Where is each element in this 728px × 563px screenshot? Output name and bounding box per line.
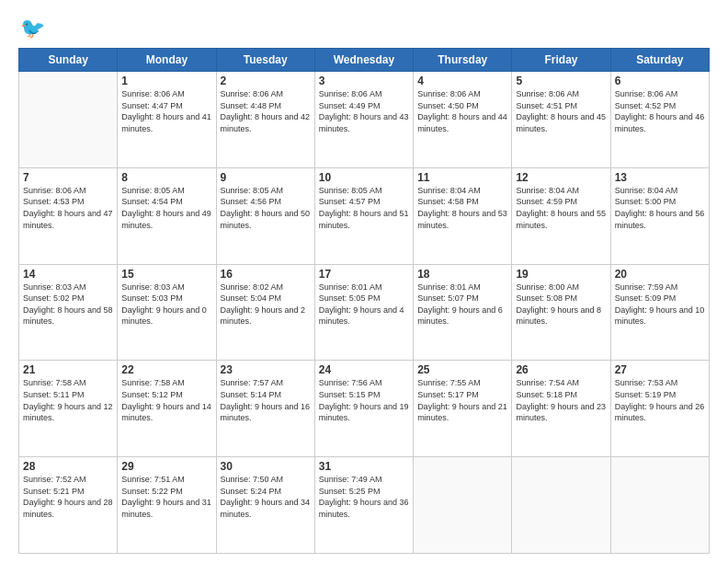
calendar-week-row: 1Sunrise: 8:06 AMSunset: 4:47 PMDaylight… — [19, 72, 710, 168]
calendar-cell — [512, 457, 610, 554]
calendar-cell: 7Sunrise: 8:06 AMSunset: 4:53 PMDaylight… — [19, 167, 118, 264]
day-info: Sunrise: 8:01 AMSunset: 5:07 PMDaylight:… — [417, 282, 507, 327]
day-number: 30 — [221, 460, 311, 473]
day-number: 4 — [417, 75, 507, 87]
calendar-cell: 23Sunrise: 7:57 AMSunset: 5:14 PMDayligh… — [216, 361, 314, 457]
calendar-day-header: Wednesday — [314, 49, 413, 72]
day-number: 6 — [615, 75, 705, 87]
day-number: 18 — [417, 268, 507, 281]
calendar-week-row: 14Sunrise: 8:03 AMSunset: 5:02 PMDayligh… — [19, 264, 710, 361]
day-number: 15 — [121, 268, 211, 281]
day-number: 10 — [319, 171, 409, 184]
day-number: 21 — [23, 363, 113, 376]
calendar-cell: 11Sunrise: 8:04 AMSunset: 4:58 PMDayligh… — [414, 167, 512, 264]
calendar-cell: 15Sunrise: 8:03 AMSunset: 5:03 PMDayligh… — [118, 264, 216, 361]
day-number: 2 — [221, 75, 311, 87]
day-number: 13 — [615, 171, 705, 184]
day-number: 27 — [615, 363, 705, 376]
day-info: Sunrise: 8:04 AMSunset: 5:00 PMDaylight:… — [615, 185, 705, 231]
calendar-cell: 14Sunrise: 8:03 AMSunset: 5:02 PMDayligh… — [19, 264, 118, 361]
calendar-cell: 24Sunrise: 7:56 AMSunset: 5:15 PMDayligh… — [314, 361, 413, 457]
calendar-week-row: 28Sunrise: 7:52 AMSunset: 5:21 PMDayligh… — [19, 457, 710, 554]
calendar-cell: 2Sunrise: 8:06 AMSunset: 4:48 PMDaylight… — [216, 72, 314, 168]
calendar-day-header: Tuesday — [216, 49, 314, 72]
day-info: Sunrise: 8:04 AMSunset: 4:58 PMDaylight:… — [417, 185, 507, 231]
calendar-cell: 6Sunrise: 8:06 AMSunset: 4:52 PMDaylight… — [610, 72, 709, 168]
day-number: 31 — [319, 460, 409, 473]
calendar-cell — [610, 457, 709, 554]
calendar-day-header: Thursday — [414, 49, 512, 72]
day-info: Sunrise: 7:52 AMSunset: 5:21 PMDaylight:… — [23, 474, 113, 520]
day-number: 1 — [121, 75, 211, 87]
day-info: Sunrise: 8:05 AMSunset: 4:54 PMDaylight:… — [121, 185, 211, 231]
day-number: 9 — [221, 171, 311, 184]
calendar-cell: 28Sunrise: 7:52 AMSunset: 5:21 PMDayligh… — [19, 457, 118, 554]
day-number: 3 — [319, 75, 409, 87]
day-number: 14 — [23, 268, 113, 281]
day-info: Sunrise: 7:51 AMSunset: 5:22 PMDaylight:… — [121, 474, 211, 520]
day-number: 29 — [121, 460, 211, 473]
day-info: Sunrise: 8:06 AMSunset: 4:48 PMDaylight:… — [221, 88, 311, 134]
calendar-cell: 13Sunrise: 8:04 AMSunset: 5:00 PMDayligh… — [610, 167, 709, 264]
calendar-week-row: 7Sunrise: 8:06 AMSunset: 4:53 PMDaylight… — [19, 167, 710, 264]
day-info: Sunrise: 7:50 AMSunset: 5:24 PMDaylight:… — [221, 474, 311, 520]
calendar-cell: 18Sunrise: 8:01 AMSunset: 5:07 PMDayligh… — [414, 264, 512, 361]
calendar-cell: 27Sunrise: 7:53 AMSunset: 5:19 PMDayligh… — [610, 361, 709, 457]
calendar-cell: 21Sunrise: 7:58 AMSunset: 5:11 PMDayligh… — [19, 361, 118, 457]
calendar-cell: 1Sunrise: 8:06 AMSunset: 4:47 PMDaylight… — [118, 72, 216, 168]
header: 🐦 — [18, 17, 710, 40]
day-info: Sunrise: 8:06 AMSunset: 4:49 PMDaylight:… — [319, 88, 409, 134]
calendar-cell: 26Sunrise: 7:54 AMSunset: 5:18 PMDayligh… — [512, 361, 610, 457]
day-number: 16 — [221, 268, 311, 281]
day-number: 7 — [23, 171, 113, 184]
day-number: 23 — [221, 363, 311, 376]
calendar-header-row: SundayMondayTuesdayWednesdayThursdayFrid… — [19, 49, 710, 72]
day-info: Sunrise: 8:06 AMSunset: 4:50 PMDaylight:… — [417, 88, 507, 134]
day-info: Sunrise: 7:58 AMSunset: 5:11 PMDaylight:… — [23, 377, 113, 423]
calendar-week-row: 21Sunrise: 7:58 AMSunset: 5:11 PMDayligh… — [19, 361, 710, 457]
calendar-cell: 12Sunrise: 8:04 AMSunset: 4:59 PMDayligh… — [512, 167, 610, 264]
day-info: Sunrise: 8:02 AMSunset: 5:04 PMDaylight:… — [221, 282, 311, 327]
calendar-cell: 5Sunrise: 8:06 AMSunset: 4:51 PMDaylight… — [512, 72, 610, 168]
day-number: 19 — [516, 268, 606, 281]
calendar-day-header: Saturday — [610, 49, 709, 72]
calendar-cell: 9Sunrise: 8:05 AMSunset: 4:56 PMDaylight… — [216, 167, 314, 264]
day-info: Sunrise: 8:01 AMSunset: 5:05 PMDaylight:… — [319, 282, 409, 327]
day-number: 28 — [23, 460, 113, 473]
day-info: Sunrise: 8:04 AMSunset: 4:59 PMDaylight:… — [516, 185, 606, 231]
calendar-cell: 19Sunrise: 8:00 AMSunset: 5:08 PMDayligh… — [512, 264, 610, 361]
day-number: 17 — [319, 268, 409, 281]
calendar-day-header: Monday — [118, 49, 216, 72]
calendar-cell: 17Sunrise: 8:01 AMSunset: 5:05 PMDayligh… — [314, 264, 413, 361]
day-info: Sunrise: 8:00 AMSunset: 5:08 PMDaylight:… — [516, 282, 606, 327]
day-info: Sunrise: 8:06 AMSunset: 4:53 PMDaylight:… — [23, 185, 113, 231]
day-number: 5 — [516, 75, 606, 87]
calendar-day-header: Friday — [512, 49, 610, 72]
day-number: 24 — [319, 363, 409, 376]
day-info: Sunrise: 8:06 AMSunset: 4:47 PMDaylight:… — [121, 88, 211, 134]
day-number: 26 — [516, 363, 606, 376]
day-info: Sunrise: 8:03 AMSunset: 5:03 PMDaylight:… — [121, 282, 211, 327]
page: 🐦 SundayMondayTuesdayWednesdayThursdayFr… — [0, 0, 728, 563]
calendar-cell — [19, 72, 118, 168]
day-info: Sunrise: 7:57 AMSunset: 5:14 PMDaylight:… — [221, 377, 311, 423]
logo-bird-icon: 🐦 — [20, 17, 45, 40]
day-number: 20 — [615, 268, 705, 281]
day-info: Sunrise: 7:58 AMSunset: 5:12 PMDaylight:… — [121, 377, 211, 423]
calendar-cell: 22Sunrise: 7:58 AMSunset: 5:12 PMDayligh… — [118, 361, 216, 457]
calendar-cell: 30Sunrise: 7:50 AMSunset: 5:24 PMDayligh… — [216, 457, 314, 554]
day-info: Sunrise: 8:06 AMSunset: 4:51 PMDaylight:… — [516, 88, 606, 134]
calendar-cell: 31Sunrise: 7:49 AMSunset: 5:25 PMDayligh… — [314, 457, 413, 554]
calendar-cell: 20Sunrise: 7:59 AMSunset: 5:09 PMDayligh… — [610, 264, 709, 361]
calendar-cell: 3Sunrise: 8:06 AMSunset: 4:49 PMDaylight… — [314, 72, 413, 168]
day-info: Sunrise: 7:59 AMSunset: 5:09 PMDaylight:… — [615, 282, 705, 327]
day-info: Sunrise: 7:55 AMSunset: 5:17 PMDaylight:… — [417, 377, 507, 423]
calendar-cell: 4Sunrise: 8:06 AMSunset: 4:50 PMDaylight… — [414, 72, 512, 168]
day-number: 25 — [417, 363, 507, 376]
day-info: Sunrise: 7:54 AMSunset: 5:18 PMDaylight:… — [516, 377, 606, 423]
day-info: Sunrise: 7:49 AMSunset: 5:25 PMDaylight:… — [319, 474, 409, 520]
calendar-cell: 16Sunrise: 8:02 AMSunset: 5:04 PMDayligh… — [216, 264, 314, 361]
logo: 🐦 — [18, 17, 45, 40]
day-number: 11 — [417, 171, 507, 184]
calendar-cell: 8Sunrise: 8:05 AMSunset: 4:54 PMDaylight… — [118, 167, 216, 264]
